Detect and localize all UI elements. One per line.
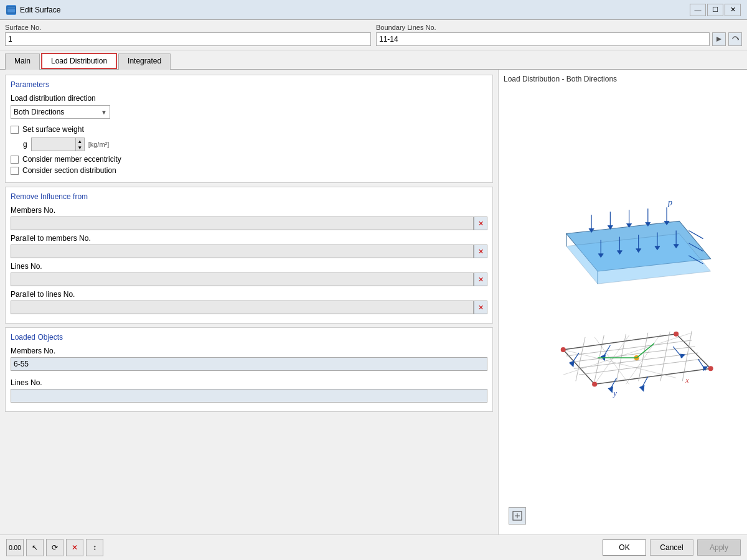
set-surface-weight-label: Set surface weight	[22, 125, 84, 134]
surface-no-input[interactable]	[5, 32, 371, 46]
parallel-members-select-btn[interactable]: ✕	[474, 245, 487, 258]
members-no-label: Members No.	[11, 206, 487, 215]
loaded-members-input[interactable]	[11, 357, 487, 371]
parallel-lines-select-btn[interactable]: ✕	[474, 301, 487, 314]
svg-marker-63	[640, 385, 644, 391]
remove-influence-title: Remove Influence from	[11, 192, 487, 201]
weight-input-group: ▲ ▼	[31, 138, 85, 151]
tab-main[interactable]: Main	[5, 54, 40, 70]
member-eccentricity-checkbox[interactable]	[11, 156, 19, 164]
coordinate-button[interactable]: 0.00	[6, 539, 24, 556]
svg-marker-53	[570, 361, 574, 366]
tabs-bar: Main Load Distribution Integrated	[0, 50, 747, 69]
svg-line-33	[570, 347, 695, 362]
preview-area: p	[504, 88, 742, 530]
parallel-members-input[interactable]	[11, 245, 474, 258]
lines-no-input[interactable]	[11, 273, 474, 286]
parallel-lines-input[interactable]	[11, 301, 474, 314]
weight-row: g ▲ ▼ [kg/m²]	[23, 138, 487, 151]
svg-point-50	[592, 381, 597, 386]
dialog-buttons: OK Cancel Apply	[603, 539, 741, 556]
title-bar: Edit Surface — ☐ ✕	[0, 0, 747, 20]
svg-line-42	[563, 350, 676, 378]
content-area: Parameters Load distribution direction B…	[0, 69, 747, 534]
window-controls: — ☐ ✕	[690, 4, 741, 16]
svg-rect-0	[7, 7, 16, 13]
bottom-toolbar: 0.00 ↖ ⟳ ✕ ↕	[6, 539, 103, 556]
member-eccentricity-label: Consider member eccentricity	[22, 155, 121, 164]
tab-load-distribution[interactable]: Load Distribution	[41, 53, 117, 69]
boundary-refresh-button[interactable]	[728, 32, 742, 46]
svg-marker-61	[608, 386, 613, 392]
svg-point-47	[561, 347, 566, 352]
set-surface-weight-checkbox[interactable]	[11, 126, 19, 134]
loaded-objects-title: Loaded Objects	[11, 333, 487, 342]
members-no-input[interactable]	[11, 217, 474, 230]
section-distribution-row: Consider section distribution	[11, 166, 487, 175]
svg-text:y: y	[612, 389, 617, 398]
delete-button[interactable]: ✕	[66, 539, 83, 556]
section-distribution-label: Consider section distribution	[22, 166, 116, 175]
members-no-row: ✕	[11, 217, 487, 230]
set-surface-weight-row: Set surface weight	[11, 125, 487, 134]
flip-icon: ↕	[93, 543, 96, 552]
ok-button[interactable]: OK	[603, 539, 646, 556]
remove-influence-section: Remove Influence from Members No. ✕ Para…	[5, 187, 493, 324]
snap-button[interactable]: ↖	[26, 539, 44, 556]
refresh-icon: ⟳	[52, 543, 58, 552]
direction-dropdown-row: Both Directions ▼	[11, 105, 487, 119]
svg-line-40	[660, 332, 670, 381]
refresh-button[interactable]: ⟳	[46, 539, 63, 556]
boundary-lines-input[interactable]	[376, 32, 710, 46]
parallel-members-label: Parallel to members No.	[11, 234, 487, 243]
left-panel: Parameters Load distribution direction B…	[0, 70, 498, 534]
weight-spinners: ▲ ▼	[75, 138, 84, 151]
right-panel: Load Distribution - Both Directions	[498, 70, 747, 534]
cancel-button[interactable]: Cancel	[650, 539, 693, 556]
direction-value: Both Directions	[14, 108, 64, 116]
parallel-lines-row: ✕	[11, 301, 487, 314]
weight-g-label: g	[23, 140, 27, 149]
minimize-button[interactable]: —	[690, 4, 706, 16]
preview-export-button[interactable]	[509, 507, 526, 525]
svg-marker-57	[680, 354, 685, 358]
weight-up-button[interactable]: ▲	[75, 138, 84, 144]
weight-down-button[interactable]: ▼	[75, 144, 84, 151]
svg-point-48	[674, 332, 679, 337]
members-no-select-btn[interactable]: ✕	[474, 217, 487, 230]
weight-input[interactable]	[32, 138, 75, 151]
preview-visualization: p	[504, 88, 742, 530]
surface-header-row: Surface No. Boundary Lines No.	[0, 20, 747, 50]
dialog-title: Edit Surface	[20, 6, 690, 14]
loaded-lines-input[interactable]	[11, 389, 487, 403]
parameters-section: Parameters Load distribution direction B…	[5, 75, 493, 183]
weight-unit: [kg/m²]	[88, 141, 110, 148]
svg-line-34	[574, 353, 698, 368]
parallel-members-row: ✕	[11, 245, 487, 258]
direction-dropdown[interactable]: Both Directions ▼	[11, 105, 110, 119]
section-distribution-checkbox[interactable]	[11, 167, 19, 175]
boundary-no-group: Boundary Lines No.	[376, 24, 742, 46]
loaded-lines-label: Lines No.	[11, 378, 487, 387]
boundary-select-button[interactable]	[712, 32, 726, 46]
delete-icon: ✕	[72, 543, 78, 552]
coordinate-label: 0.00	[9, 544, 21, 551]
close-button[interactable]: ✕	[725, 4, 741, 16]
preview-title: Load Distribution - Both Directions	[504, 75, 742, 83]
lines-no-select-btn[interactable]: ✕	[474, 273, 487, 286]
boundary-lines-label: Boundary Lines No.	[376, 24, 742, 31]
parallel-lines-label: Parallel to lines No.	[11, 290, 487, 299]
svg-text:p: p	[667, 197, 672, 207]
svg-text:x: x	[685, 376, 689, 385]
loaded-objects-section: Loaded Objects Members No. Lines No.	[5, 327, 493, 412]
flip-button[interactable]: ↕	[86, 539, 103, 556]
dropdown-arrow-icon: ▼	[101, 109, 107, 116]
svg-line-39	[639, 333, 648, 381]
loaded-members-label: Members No.	[11, 347, 487, 355]
parameters-title: Parameters	[11, 80, 487, 89]
lines-no-row: ✕	[11, 273, 487, 286]
maximize-button[interactable]: ☐	[707, 4, 723, 16]
svg-marker-2	[738, 38, 739, 40]
tab-integrated[interactable]: Integrated	[118, 54, 171, 70]
apply-button[interactable]: Apply	[697, 539, 741, 556]
